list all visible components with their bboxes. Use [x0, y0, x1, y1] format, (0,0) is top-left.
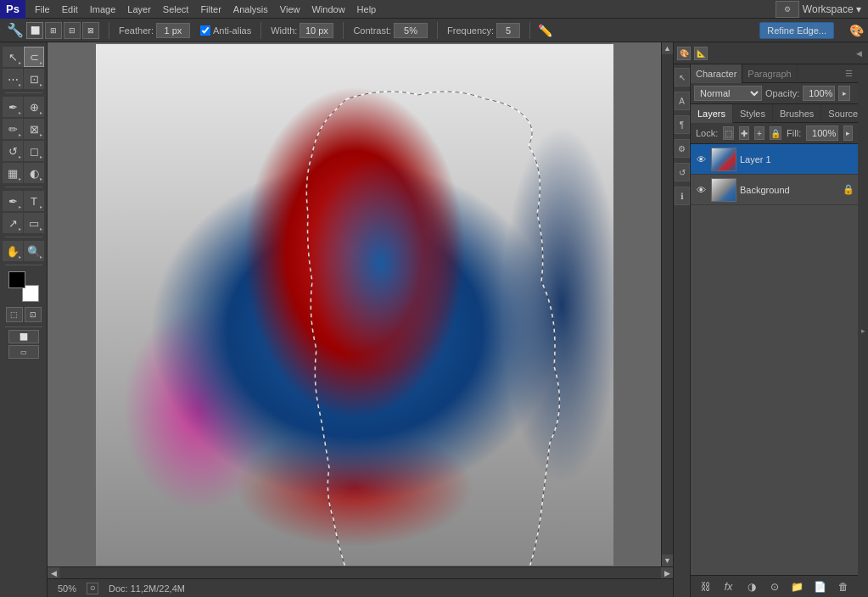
menu-layer[interactable]: Layer [121, 0, 157, 19]
zoom-tool[interactable]: 🔍▸ [24, 241, 44, 261]
menu-view[interactable]: View [274, 0, 306, 19]
stylus-icon[interactable]: ✏️ [536, 22, 553, 39]
menu-analysis[interactable]: Analysis [227, 0, 274, 19]
blend-mode-select[interactable]: Normal [694, 86, 762, 101]
panel-icon-2[interactable]: 📐 [694, 47, 708, 60]
width-input[interactable] [300, 23, 333, 38]
tab-paragraph[interactable]: Paragraph [742, 64, 797, 83]
menu-window[interactable]: Window [305, 0, 350, 19]
crop-tool[interactable]: ⊡▸ [24, 69, 44, 89]
width-group: Width: [267, 23, 337, 38]
tool-options-icon[interactable]: 🔧 [7, 22, 24, 39]
side-history-icon[interactable]: ↺ [675, 163, 690, 181]
foreground-color-swatch[interactable] [8, 271, 25, 288]
side-arrow-icon[interactable]: ↖ [675, 68, 690, 86]
refine-edge-button[interactable]: Refine Edge... [759, 22, 834, 39]
rectangle-shape[interactable]: ⬜ [8, 330, 39, 343]
menu-help[interactable]: Help [351, 0, 383, 19]
rounded-rect-shape[interactable]: ▭ [8, 345, 39, 359]
fill-input[interactable] [806, 126, 838, 141]
dodge-tool[interactable]: ◐▸ [24, 163, 44, 183]
hand-tool[interactable]: ✋▸ [3, 241, 23, 261]
layer-item-1[interactable]: 👁 Layer 1 [691, 144, 858, 175]
scroll-track-v[interactable] [662, 54, 674, 555]
layer-delete-btn[interactable]: 🗑 [835, 578, 852, 595]
eraser-tool[interactable]: ◻▸ [24, 141, 44, 161]
lock-pixels-btn[interactable]: ⬚ [723, 126, 733, 140]
screen-mode[interactable]: ⊡ [25, 307, 42, 322]
lock-position-btn[interactable]: ✚ [739, 126, 749, 140]
layer-new-btn[interactable]: 📄 [812, 578, 829, 595]
side-info-icon[interactable]: ℹ [675, 187, 690, 205]
pen-tool[interactable]: ✒▸ [3, 191, 23, 211]
mode-row: ⬚ ⊡ [6, 307, 42, 322]
side-options-icon[interactable]: ⚙ [675, 139, 690, 158]
clone-tool[interactable]: ⊠▸ [24, 119, 44, 139]
subtract-selection-btn[interactable]: ⊟ [64, 22, 81, 39]
right-edge-collapse[interactable]: ▸ [858, 64, 868, 597]
type-tool[interactable]: T▸ [24, 191, 44, 211]
layer-fx-btn[interactable]: fx [720, 578, 737, 595]
shape-tool[interactable]: ▭▸ [24, 213, 44, 233]
tab-styles[interactable]: Styles [733, 104, 773, 123]
layer-item-background[interactable]: 👁 Background 🔒 [691, 175, 858, 205]
scroll-left-arrow[interactable]: ◀ [48, 567, 59, 579]
layer-1-visibility[interactable]: 👁 [694, 153, 708, 166]
quick-mask-mode[interactable]: ⬚ [6, 307, 23, 322]
new-selection-btn[interactable]: ⬜ [26, 22, 43, 39]
opacity-input[interactable] [803, 86, 835, 101]
side-paragraph-icon[interactable]: ¶ [675, 115, 690, 134]
intersect-selection-btn[interactable]: ⊠ [82, 22, 99, 39]
frequency-group: Frequency: [444, 23, 524, 38]
layer-group-btn[interactable]: 📁 [789, 578, 806, 595]
scroll-down-arrow[interactable]: ▼ [662, 555, 674, 566]
tab-character[interactable]: Character [691, 64, 742, 83]
opacity-arrow[interactable]: ▸ [838, 86, 850, 101]
options-bar: 🔧 ⬜ ⊞ ⊟ ⊠ Feather: Anti-alias Width: Con… [0, 19, 868, 42]
feather-input[interactable] [156, 23, 190, 38]
gradient-row: ▦▸ ◐▸ [3, 163, 44, 183]
menu-filter[interactable]: Filter [194, 0, 227, 19]
tab-layers[interactable]: Layers × [691, 104, 733, 123]
magic-wand-tool[interactable]: ⋯▸ [3, 69, 23, 89]
canvas-image[interactable] [96, 44, 613, 566]
canvas-horizontal-scrollbar[interactable]: ◀ ▶ [48, 566, 673, 578]
tab-source[interactable]: Source [821, 104, 858, 123]
menu-file[interactable]: File [29, 0, 56, 19]
history-brush-tool[interactable]: ↺▸ [3, 141, 23, 161]
lock-lock-btn[interactable]: 🔒 [770, 126, 781, 140]
frequency-input[interactable] [496, 23, 520, 38]
side-type-icon[interactable]: A [675, 92, 690, 110]
menu-edit[interactable]: Edit [56, 0, 84, 19]
move-tool[interactable]: ↖▸ [3, 47, 23, 67]
healing-tool[interactable]: ⊕▸ [24, 97, 44, 117]
scroll-right-arrow[interactable]: ▶ [661, 567, 673, 579]
panel-collapse-btn[interactable]: ◀ [856, 49, 865, 58]
workspace-button[interactable]: Workspace ▾ [803, 3, 861, 15]
tab-brushes[interactable]: Brushes [773, 104, 821, 123]
menu-select[interactable]: Select [157, 0, 195, 19]
panel-icon-1[interactable]: 🎨 [677, 47, 691, 60]
tool-presets-icon[interactable]: 🎨 [848, 22, 865, 39]
canvas-vertical-scrollbar[interactable]: ▲ ▼ [661, 42, 673, 566]
fill-arrow[interactable]: ▸ [843, 126, 853, 141]
menu-image[interactable]: Image [84, 0, 122, 19]
contrast-input[interactable] [394, 23, 428, 38]
lasso-tool[interactable]: ⊂▸ [24, 47, 44, 67]
layer-link-btn[interactable]: ⛓ [697, 578, 714, 595]
layer-new-style-btn[interactable]: ◑ [743, 578, 760, 595]
layer-bg-visibility[interactable]: 👁 [694, 183, 708, 197]
brush-tool[interactable]: ✏▸ [3, 119, 23, 139]
workspace-icon[interactable]: ⚙ [776, 1, 799, 18]
zoom-indicator[interactable]: ⊙ [87, 583, 98, 594]
character-panel-menu[interactable]: ☰ [840, 69, 858, 78]
antialias-checkbox[interactable] [200, 25, 210, 36]
add-selection-btn[interactable]: ⊞ [45, 22, 62, 39]
gradient-tool[interactable]: ▦▸ [3, 163, 23, 183]
lock-all-btn[interactable]: + [754, 126, 764, 140]
path-selection-tool[interactable]: ↗▸ [3, 213, 23, 233]
magic-wand-row: ⋯▸ ⊡▸ [3, 69, 44, 89]
layer-mask-btn[interactable]: ⊙ [766, 578, 783, 595]
eyedropper-tool[interactable]: ✒▸ [3, 97, 23, 117]
scroll-up-arrow[interactable]: ▲ [662, 42, 674, 54]
